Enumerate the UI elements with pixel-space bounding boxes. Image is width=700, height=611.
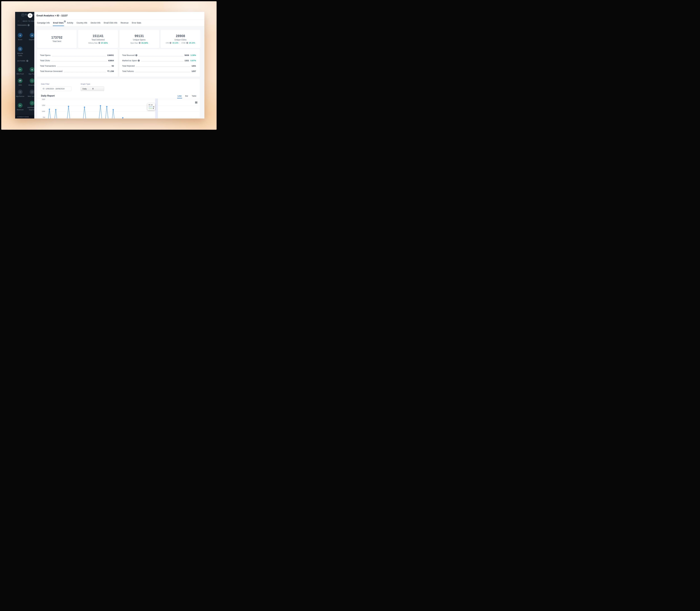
help-icon[interactable] — [99, 42, 100, 44]
tab-label: Activity — [67, 22, 73, 24]
card-total-sent: 173702 Total Sent — [37, 30, 77, 48]
tab-email-click-info[interactable]: Email Click Info — [102, 19, 119, 26]
row-label: Total Revenue Generated — [40, 70, 62, 72]
page-title: Email Analytics > ID - 11137 — [37, 14, 68, 17]
sidebar-item-event[interactable] — [18, 33, 23, 38]
tab-country-info[interactable]: Country Info — [75, 19, 89, 26]
conditions-section-header[interactable]: CONDITIONS — [15, 115, 34, 119]
close-button[interactable]: ✕ — [28, 13, 32, 18]
card-unique-clicks: 28908 Unique Clicks CTR 19.13% CTOR 29.1… — [161, 30, 200, 48]
triggers-section-header: TRIGGERS — [17, 24, 30, 26]
sidebar-item-label: Website Traffic — [15, 52, 25, 57]
help-icon[interactable] — [28, 24, 30, 26]
y-axis-tick: 750 — [40, 117, 45, 118]
view-bar[interactable]: Bar — [185, 95, 188, 97]
sidebar-item-add-remove-segment[interactable] — [30, 101, 34, 105]
chart-tooltip: 05 Jun Opens:0 Clicks:0 — [147, 103, 155, 110]
dotted-leader — [135, 72, 190, 72]
dotted-leader — [52, 56, 106, 56]
date-range-input[interactable]: 1/05/2024 - 18/06/2024 — [41, 87, 71, 91]
conditions-header-label: CONDITIONS — [17, 116, 29, 118]
tab-device-info[interactable]: Device Info — [89, 19, 102, 26]
tab-campaign-info[interactable]: Campaign Info — [35, 19, 52, 26]
dotted-leader — [139, 56, 184, 56]
stat-row-total-transactions: Total Transactions92 — [40, 63, 114, 69]
y-axis-tick: 1250 — [40, 105, 45, 106]
tab-label: Email Stats — [53, 22, 63, 24]
stat-subrow: Delivery Rate 87.65% — [88, 42, 108, 44]
tab-label: Country Info — [76, 22, 87, 24]
sidebar-item-webhook[interactable] — [18, 103, 23, 108]
stat-label: Total Delivered — [91, 39, 105, 41]
modal-body: 173702 Total Sent 151141 Total Delivered… — [34, 26, 204, 119]
send-icon — [19, 69, 21, 71]
graph-type-value: Daily — [83, 88, 92, 90]
sidebar-item-app-push[interactable] — [30, 67, 34, 72]
stat-label: Unique Clicks — [174, 39, 187, 41]
view-label: Bar — [185, 95, 188, 97]
sync-icon — [31, 102, 33, 104]
row-label: Total Rejected — [122, 65, 135, 67]
tab-error-stats[interactable]: Error Stats — [130, 19, 143, 26]
tab-label: Revenue — [121, 22, 129, 24]
row-label: Total Clicks — [40, 59, 50, 62]
stat-row-total-failures: Total Failures1257 — [122, 69, 196, 74]
chat-icon — [19, 79, 21, 82]
date-filter-label: Date Filter — [41, 83, 49, 85]
sub-label: CTOR — [181, 42, 186, 44]
row-value: 1321 — [185, 59, 189, 62]
banner-icon — [19, 91, 21, 93]
tab-activity[interactable]: Activity — [65, 19, 75, 26]
report-card: Date Filter 1/05/2024 - 18/06/2024 Graph… — [37, 79, 200, 119]
sidebar-item-app-banner[interactable] — [18, 90, 23, 94]
sidebar-item-web-push[interactable] — [18, 67, 23, 72]
chart-menu-icon[interactable] — [195, 102, 198, 103]
stat-label: Total Sent — [53, 40, 61, 42]
bell-icon — [31, 69, 33, 71]
y-axis-tick: 1500 — [40, 99, 45, 100]
globe-icon — [19, 48, 21, 50]
view-table[interactable]: Table — [192, 95, 196, 97]
view-line[interactable]: Line — [178, 95, 181, 97]
graph-type-select[interactable]: Daily — [81, 87, 104, 91]
help-icon[interactable] — [186, 42, 188, 44]
triggers-header-label: TRIGGERS — [17, 24, 27, 26]
sidebar-item-web-survey[interactable] — [30, 90, 34, 94]
tooltip-clicks-label: Clicks: — [148, 108, 152, 109]
stat-row-total-rejected: Total Rejected1201 — [122, 63, 196, 69]
stat-list-left: Total Opens138051 Total Clicks63804 Tota… — [37, 49, 118, 77]
tab-email-stats[interactable]: Email Stats — [52, 19, 65, 26]
view-label: Table — [192, 95, 196, 97]
stat-value: 151141 — [92, 34, 103, 38]
journey-sidebar: NotifyVisitors ← BACK TO DASHBOARD TRIGG… — [15, 12, 34, 119]
help-icon[interactable] — [135, 54, 137, 56]
row-label: Total Transactions — [40, 65, 56, 67]
help-icon[interactable] — [138, 60, 140, 62]
app-window: NotifyVisitors ← BACK TO DASHBOARD TRIGG… — [15, 12, 204, 119]
help-icon[interactable] — [26, 60, 28, 62]
sub-label: CTR — [166, 42, 169, 44]
stat-value: 173702 — [51, 36, 62, 40]
sidebar-item-website-traffic[interactable] — [18, 47, 23, 51]
whatsapp-icon — [31, 79, 33, 82]
help-icon[interactable] — [139, 42, 141, 44]
stat-value: 28908 — [176, 34, 185, 38]
help-icon[interactable] — [170, 42, 171, 44]
sidebar-item-label: App Banner — [15, 95, 25, 98]
divider — [37, 98, 200, 99]
sidebar-item-label: Webhook — [15, 109, 25, 111]
sidebar-item-sms[interactable] — [18, 78, 23, 83]
stat-subrow: CTR 19.13% CTOR 29.16% — [166, 42, 195, 44]
row-label: Marked as Spam — [122, 59, 137, 62]
row-label: Total Opens — [40, 54, 50, 56]
sidebar-item-segment[interactable] — [30, 33, 34, 38]
row-value: 1257 — [191, 70, 196, 72]
stat-row-total-clicks: Total Clicks63804 — [40, 58, 114, 63]
tab-revenue[interactable]: Revenue — [119, 19, 130, 26]
card-unique-opens: 99131 Unique Opens Open Rate 65.59% — [119, 30, 159, 48]
ctr-value: 19.13% — [172, 42, 178, 44]
line-chart-plot[interactable] — [46, 99, 200, 119]
sidebar-item-label: Web Push — [15, 73, 25, 75]
sidebar-item-whatsapp[interactable] — [30, 78, 34, 83]
arrow-left-icon[interactable]: ← — [17, 19, 20, 22]
